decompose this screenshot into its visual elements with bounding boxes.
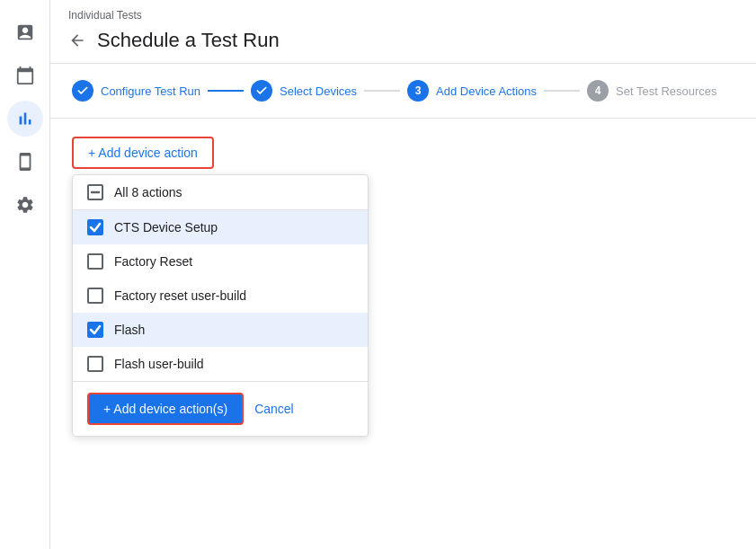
cancel-button[interactable]: Cancel: [254, 402, 294, 416]
step-1-circle: [72, 80, 93, 102]
sidebar: [0, 0, 50, 549]
connector-3: [544, 90, 580, 92]
step-3-circle: 3: [407, 80, 429, 102]
sidebar-icon-tests[interactable]: [7, 14, 43, 50]
stepper: Configure Test Run Select Devices 3 Add …: [50, 64, 756, 119]
dropdown-item-cts[interactable]: CTS Device Setup: [73, 210, 368, 244]
dropdown-footer: + Add device action(s) Cancel: [73, 381, 368, 436]
content-area: + Add device action All 8 actions: [50, 119, 756, 549]
flash-label: Flash: [114, 323, 145, 337]
step-1: Configure Test Run: [72, 80, 200, 102]
sidebar-icon-analytics[interactable]: [7, 101, 43, 137]
back-button[interactable]: [68, 31, 86, 49]
page-header: Schedule a Test Run: [50, 25, 756, 64]
sidebar-icon-settings[interactable]: [7, 187, 43, 223]
checkbox-flash-user: [87, 356, 103, 372]
main-content: Individual Tests Schedule a Test Run Con…: [50, 0, 756, 549]
step-2-circle: [251, 80, 272, 102]
dropdown-panel: All 8 actions CTS Device Setup Factory R…: [72, 174, 369, 437]
dropdown-item-flash-user[interactable]: Flash user-build: [73, 347, 368, 381]
step-1-label: Configure Test Run: [101, 84, 200, 98]
dropdown-item-factory-reset-user[interactable]: Factory reset user-build: [73, 279, 368, 313]
step-4-circle: 4: [587, 80, 609, 102]
step-4-label: Set Test Resources: [616, 84, 716, 98]
sidebar-icon-calendar[interactable]: [7, 58, 43, 93]
all-actions-label: All 8 actions: [114, 185, 182, 199]
step-4: 4 Set Test Resources: [587, 80, 716, 102]
flash-user-label: Flash user-build: [114, 357, 204, 371]
add-device-actions-button[interactable]: + Add device action(s): [87, 393, 244, 425]
cts-label: CTS Device Setup: [114, 220, 218, 235]
sidebar-icon-device[interactable]: [7, 144, 43, 180]
checkbox-all: [87, 184, 103, 200]
add-device-action-button[interactable]: + Add device action: [72, 137, 214, 169]
factory-reset-user-label: Factory reset user-build: [114, 288, 246, 303]
factory-reset-label: Factory Reset: [114, 254, 192, 269]
step-3-label: Add Device Actions: [436, 84, 537, 98]
step-3: 3 Add Device Actions: [407, 80, 537, 102]
checkbox-flash: [87, 322, 103, 338]
connector-1: [208, 90, 244, 92]
checkbox-cts: [87, 219, 103, 235]
step-2: Select Devices: [251, 80, 357, 102]
connector-2: [364, 90, 400, 92]
dropdown-list: All 8 actions CTS Device Setup Factory R…: [73, 175, 368, 381]
dropdown-item-factory-reset[interactable]: Factory Reset: [73, 244, 368, 279]
page-title: Schedule a Test Run: [97, 29, 280, 52]
checkbox-factory-reset-user: [87, 288, 103, 304]
step-2-label: Select Devices: [280, 84, 357, 98]
dropdown-item-all[interactable]: All 8 actions: [73, 175, 368, 210]
dropdown-item-flash[interactable]: Flash: [73, 313, 368, 347]
checkbox-factory-reset: [87, 253, 103, 270]
breadcrumb: Individual Tests: [50, 0, 756, 25]
